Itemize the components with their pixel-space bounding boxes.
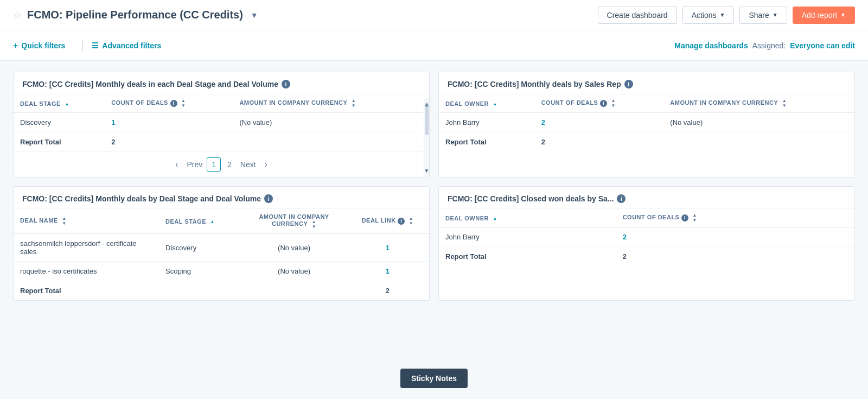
share-button[interactable]: Share ▼ [739, 7, 787, 24]
total-label-3: Report Total [14, 281, 159, 301]
table-row: roquette - iso certificates Scoping (No … [14, 262, 429, 281]
col-deal-owner[interactable]: DEAL OWNER ▲ [439, 94, 535, 113]
filter-right: Manage dashboards Assigned: Everyone can… [674, 41, 855, 50]
add-report-button[interactable]: Add report ▼ [793, 7, 855, 24]
table-row: Discovery 1 (No value) [14, 113, 423, 132]
scroll-down-arrow[interactable]: ▼ [423, 167, 430, 175]
header-right: Create dashboard Actions ▼ Share ▼ Add r… [598, 7, 855, 24]
sticky-notes-button[interactable]: Sticky Notes [400, 369, 468, 388]
total-row: Report Total 2 [439, 132, 854, 152]
report1-title: FCMO: [CC Credits] Monthly deals in each… [22, 80, 278, 88]
page-1-button[interactable]: 1 [207, 157, 221, 172]
chevron-down-icon[interactable]: ▼ [251, 11, 258, 20]
report1-table-wrapper: DEAL STAGE ▲ COUNT OF DEALS i ▲▼ AMOUNT … [14, 94, 429, 151]
plus-icon: + [13, 41, 18, 50]
report-card-3: FCMO: [CC Credits] Monthly deals by Deal… [13, 186, 430, 301]
report4-header: FCMO: [CC Credits] Closed won deals by S… [439, 187, 854, 209]
deal-stage-cell-3: Discovery [159, 234, 242, 262]
total-count: 2 [105, 132, 233, 152]
report-card-4: FCMO: [CC Credits] Closed won deals by S… [438, 186, 855, 301]
share-chevron-icon: ▼ [773, 12, 778, 18]
filter-left: + Quick filters ☰ Advanced filters [13, 36, 170, 55]
header: ☆ FCMO: Pipeline Performance (CC Credits… [0, 0, 868, 30]
scroll-up-arrow[interactable]: ▲ [423, 100, 430, 109]
amount-cell: (No value) [233, 113, 423, 132]
report2-header: FCMO: [CC Credits] Monthly deals by Sale… [439, 72, 854, 94]
filter-divider [82, 39, 83, 52]
col-deal-link[interactable]: DEAL LINK i ▲▼ [346, 209, 429, 234]
link-cell: 1 [346, 234, 429, 262]
count-deals-info-icon[interactable]: i [170, 100, 177, 107]
link-cell-2: 1 [346, 262, 429, 281]
next-button[interactable]: › [260, 159, 272, 170]
report1-header: FCMO: [CC Credits] Monthly deals in each… [14, 72, 429, 94]
page-2-button[interactable]: 2 [223, 158, 236, 171]
report3-info-icon[interactable]: i [264, 194, 273, 203]
amount-cell-3: (No value) [242, 234, 346, 262]
report3-title: FCMO: [CC Credits] Monthly deals by Deal… [22, 194, 261, 203]
total-count-4: 2 [616, 247, 854, 267]
assigned-label: Assigned: [752, 41, 786, 50]
table-row: John Barry 2 (No value) [439, 113, 854, 132]
col-deal-name[interactable]: DEAL NAME ▲▼ [14, 209, 159, 234]
deal-owner-cell: John Barry [439, 113, 535, 132]
report2-table: DEAL OWNER ▲ COUNT OF DEALS i ▲▼ AMOUNT … [439, 94, 854, 151]
actions-button[interactable]: Actions ▼ [682, 7, 735, 24]
report4-title: FCMO: [CC Credits] Closed won deals by S… [448, 194, 614, 203]
dashboard: FCMO: [CC Credits] Monthly deals in each… [0, 61, 868, 312]
count-cell: 1 [105, 113, 233, 132]
report4-table: DEAL OWNER ▲ COUNT OF DEALS i ▲▼ John Ba… [439, 209, 854, 266]
quick-filters-button[interactable]: + Quick filters [13, 36, 74, 55]
total-label-4: Report Total [439, 247, 616, 267]
col-amount-3[interactable]: AMOUNT IN COMPANYCURRENCY ▲▼ [242, 209, 346, 234]
count-deals-4-info-icon[interactable]: i [681, 214, 688, 221]
header-left: ☆ FCMO: Pipeline Performance (CC Credits… [13, 9, 258, 21]
report3-table-wrapper: DEAL NAME ▲▼ DEAL STAGE ▲ AMOUNT IN COMP… [14, 209, 429, 300]
total-label: Report Total [439, 132, 535, 152]
prev-button[interactable]: ‹ [171, 159, 182, 170]
filter-bar: + Quick filters ☰ Advanced filters Manag… [0, 30, 868, 61]
table-row: John Barry 2 [439, 227, 854, 247]
report1-pagination: ‹ Prev 1 2 Next › [14, 151, 429, 177]
total-amount [233, 132, 423, 152]
deal-stage-cell: Discovery [14, 113, 105, 132]
total-link: 2 [346, 281, 429, 301]
col-deal-stage[interactable]: DEAL STAGE ▲ [14, 94, 105, 113]
amount-cell: (No value) [663, 113, 854, 132]
report4-info-icon[interactable]: i [617, 194, 626, 203]
report2-title: FCMO: [CC Credits] Monthly deals by Sale… [448, 80, 621, 88]
next-label: Next [238, 158, 258, 171]
table-row: sachsenmilch leppersdorf - certificate s… [14, 234, 429, 262]
col-amount-currency[interactable]: AMOUNT IN COMPANY CURRENCY ▲▼ [233, 94, 423, 113]
report1-table: DEAL STAGE ▲ COUNT OF DEALS i ▲▼ AMOUNT … [14, 94, 423, 151]
col-count-deals[interactable]: COUNT OF DEALS i ▲▼ [105, 94, 233, 113]
col-count-deals-2[interactable]: COUNT OF DEALS i ▲▼ [535, 94, 664, 113]
prev-label: Prev [184, 158, 205, 171]
col-deal-owner-4[interactable]: DEAL OWNER ▲ [439, 209, 616, 227]
col-deal-stage-3[interactable]: DEAL STAGE ▲ [159, 209, 242, 234]
amount-cell-4: (No value) [242, 262, 346, 281]
advanced-filters-button[interactable]: ☰ Advanced filters [92, 37, 170, 54]
deal-link-info-icon[interactable]: i [398, 218, 405, 225]
report1-info-icon[interactable]: i [282, 80, 290, 88]
manage-dashboards-link[interactable]: Manage dashboards [674, 41, 748, 50]
report2-info-icon[interactable]: i [624, 80, 633, 88]
report3-table: DEAL NAME ▲▼ DEAL STAGE ▲ AMOUNT IN COMP… [14, 209, 429, 300]
deal-stage-cell-4: Scoping [159, 262, 242, 281]
assigned-value[interactable]: Everyone can edit [790, 41, 855, 50]
total-amount [663, 132, 854, 152]
total-count: 2 [535, 132, 664, 152]
deal-name-cell-2: roquette - iso certificates [14, 262, 159, 281]
create-dashboard-button[interactable]: Create dashboard [598, 7, 677, 24]
col-amount-currency-2[interactable]: AMOUNT IN COMPANY CURRENCY ▲▼ [663, 94, 854, 113]
actions-chevron-icon: ▼ [720, 12, 725, 18]
star-icon[interactable]: ☆ [13, 9, 22, 21]
total-label: Report Total [14, 132, 105, 152]
col-count-deals-4[interactable]: COUNT OF DEALS i ▲▼ [616, 209, 854, 227]
total-amount-3 [242, 281, 346, 301]
report-card-2: FCMO: [CC Credits] Monthly deals by Sale… [438, 72, 855, 178]
report4-table-wrapper: DEAL OWNER ▲ COUNT OF DEALS i ▲▼ John Ba… [439, 209, 854, 266]
total-row-4: Report Total 2 [439, 247, 854, 267]
add-report-chevron-icon: ▼ [840, 12, 846, 18]
count-deals-2-info-icon[interactable]: i [600, 100, 607, 107]
